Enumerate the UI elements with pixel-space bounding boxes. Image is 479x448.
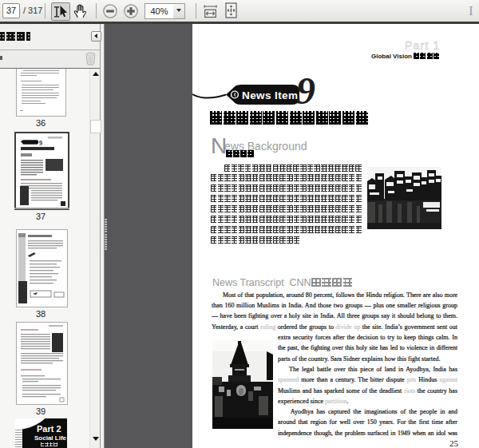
svg-text:9: 9 [39,140,42,147]
